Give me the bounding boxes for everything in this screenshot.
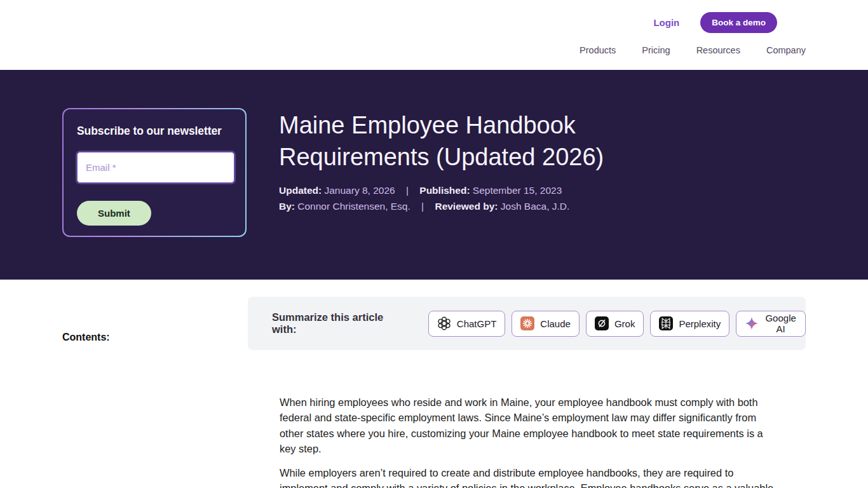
summarize-google-ai-button[interactable]: Google AI (736, 311, 806, 337)
google-ai-icon (745, 316, 759, 330)
meta-authors-row: By: Connor Christensen, Esq. | Reviewed … (279, 199, 569, 215)
page-title-line1: Maine Employee Handbook (279, 109, 673, 141)
book-demo-button[interactable]: Book a demo (700, 12, 777, 33)
site-header: Login Book a demo Products Pricing Resou… (0, 0, 868, 70)
header-actions: Login Book a demo (653, 12, 777, 33)
newsletter-card: Subscribe to our newsletter Submit (62, 108, 247, 237)
main-nav: Products Pricing Resources Company (580, 45, 806, 55)
page-title: Maine Employee Handbook Requirements (Up… (279, 109, 673, 173)
reviewer-link[interactable]: Josh Baca, J.D. (501, 201, 570, 212)
ai-button-label: Claude (540, 318, 571, 329)
meta-dates-row: Updated: January 8, 2026 | Published: Se… (279, 183, 569, 199)
published-label: Published: (419, 185, 470, 196)
summarize-chatgpt-button[interactable]: ChatGPT (428, 311, 506, 337)
ai-buttons-row: ChatGPT (428, 311, 806, 337)
nav-item-company[interactable]: Company (766, 45, 806, 55)
grok-icon (595, 316, 609, 330)
ai-button-label: Google AI (764, 313, 797, 334)
page-title-line2: Requirements (Updated 2026) (279, 141, 673, 173)
summarize-perplexity-button[interactable]: Perplexity (650, 311, 729, 337)
login-link[interactable]: Login (653, 17, 679, 28)
newsletter-card-inner: Subscribe to our newsletter Submit (64, 109, 245, 236)
updated-value: January 8, 2026 (324, 185, 395, 196)
summarize-label: Summarize this article with: (272, 311, 407, 336)
by-label: By: (279, 201, 295, 212)
ai-button-label: ChatGPT (457, 318, 497, 329)
summarize-grok-button[interactable]: Grok (586, 311, 644, 337)
hero-section: Subscribe to our newsletter Submit Maine… (0, 70, 868, 280)
ai-button-label: Perplexity (679, 318, 721, 329)
ai-button-label: Grok (614, 318, 635, 329)
reviewed-by-label: Reviewed by: (435, 201, 498, 212)
meta-separator: | (406, 185, 409, 196)
article-body: When hiring employees who reside and wor… (280, 395, 778, 488)
updated-label: Updated: (279, 185, 322, 196)
article-paragraph: While employers aren’t required to creat… (280, 465, 778, 488)
author-link[interactable]: Connor Christensen, Esq. (297, 201, 410, 212)
meta-separator: | (421, 201, 424, 212)
summarize-band: Summarize this article with: ChatGPT (248, 297, 806, 350)
newsletter-title: Subscribe to our newsletter (77, 125, 232, 138)
published-value: September 15, 2023 (473, 185, 562, 196)
article-paragraph: When hiring employees who reside and wor… (280, 395, 778, 456)
email-field[interactable] (77, 152, 234, 183)
claude-icon (520, 316, 534, 330)
contents-heading: Contents: (62, 332, 110, 343)
openai-icon (437, 316, 451, 330)
submit-button[interactable]: Submit (77, 201, 151, 226)
summarize-claude-button[interactable]: Claude (512, 311, 580, 337)
perplexity-icon (659, 316, 673, 330)
nav-item-products[interactable]: Products (580, 45, 616, 55)
nav-item-pricing[interactable]: Pricing (642, 45, 670, 55)
nav-item-resources[interactable]: Resources (696, 45, 740, 55)
article-meta: Updated: January 8, 2026 | Published: Se… (279, 183, 569, 214)
page: Login Book a demo Products Pricing Resou… (0, 0, 868, 488)
